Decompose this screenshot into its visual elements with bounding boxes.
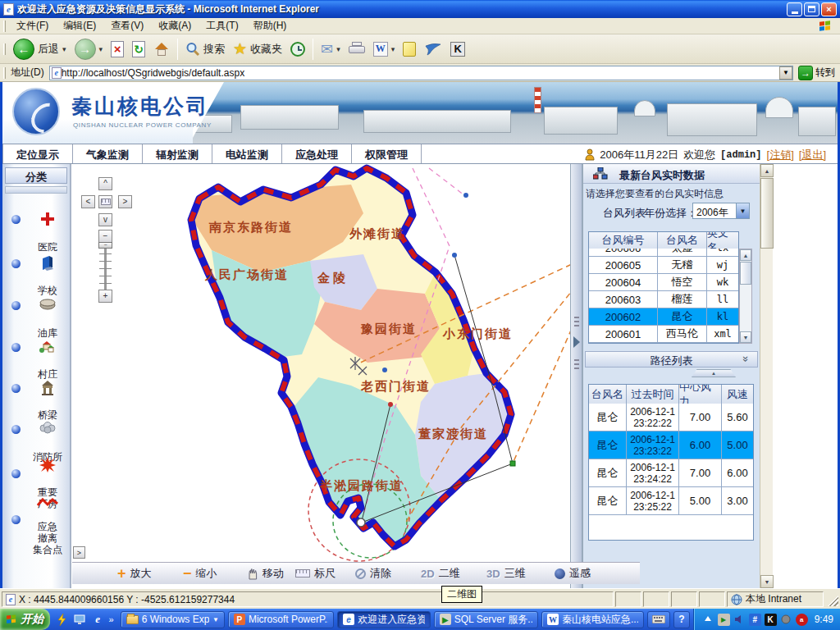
- map-2d-tool[interactable]: 2D 二维: [421, 566, 460, 581]
- toggle-fire-station[interactable]: [11, 425, 21, 434]
- map-ruler-tool[interactable]: 标尺: [295, 566, 336, 581]
- task-sql-server[interactable]: ▶ SQL Server 服务...: [434, 611, 538, 628]
- typhoon-row[interactable]: 200606 太虚 tx: [589, 249, 738, 257]
- print-button[interactable]: [345, 40, 369, 58]
- toggle-hospital[interactable]: [11, 215, 21, 224]
- tray-update-icon[interactable]: [780, 614, 792, 626]
- year-select[interactable]: 2006年 ▼: [692, 203, 750, 219]
- task-windows-explorer-group[interactable]: 6 Windows Expl... ▼: [121, 611, 225, 628]
- stop-button[interactable]: ×: [107, 39, 128, 59]
- toggle-key-buildings[interactable]: [11, 469, 21, 478]
- forward-button[interactable]: → ▾: [71, 37, 107, 62]
- toggle-school[interactable]: [11, 259, 21, 268]
- menu-view[interactable]: 查看(V): [103, 17, 151, 34]
- typhoon-row-selected[interactable]: 200602 昆仑 kl: [589, 308, 738, 326]
- maximize-button[interactable]: [804, 2, 819, 16]
- tray-volume-icon[interactable]: [733, 614, 746, 626]
- scroll-down-icon[interactable]: ▼: [740, 331, 751, 343]
- menu-help[interactable]: 帮助(H): [246, 17, 294, 34]
- content-scrollbar[interactable]: ▲ ▼: [760, 164, 773, 588]
- track-row[interactable]: 昆仑 2006-12-123:25:22 5.00 3.00: [589, 487, 753, 515]
- content-scroll-up-icon[interactable]: ▲: [760, 164, 774, 177]
- tab-emergency[interactable]: 应急处理: [282, 144, 352, 163]
- resize-grip[interactable]: [828, 596, 838, 606]
- menu-tools[interactable]: 工具(T): [199, 17, 245, 34]
- content-scroll-down-icon[interactable]: ▼: [760, 575, 774, 588]
- quicklaunch-overflow-icon[interactable]: »: [109, 614, 114, 624]
- tray-network-grid-icon[interactable]: #: [749, 614, 761, 626]
- task-ie-current[interactable]: e 欢迎进入应急资...: [337, 611, 431, 628]
- close-button[interactable]: ×: [821, 2, 837, 16]
- back-button[interactable]: ← 后退 ▾: [9, 37, 71, 62]
- search-button[interactable]: 搜索: [181, 40, 229, 58]
- tray-ati-icon[interactable]: a: [796, 614, 808, 626]
- scroll-thumb[interactable]: [740, 262, 751, 285]
- history-button[interactable]: [286, 40, 309, 58]
- panel-collapse-tab[interactable]: ▲: [692, 369, 736, 377]
- map-remote-sensing-tool[interactable]: 遥感: [555, 566, 591, 581]
- typhoon-table-scrollbar[interactable]: ▲ ▼: [739, 249, 752, 344]
- menu-edit[interactable]: 编辑(E): [56, 17, 103, 34]
- exit-link[interactable]: [退出]: [799, 148, 826, 162]
- map-3d-tool[interactable]: 3D 三维: [486, 566, 526, 581]
- tray-sql-icon[interactable]: ▶: [718, 614, 730, 626]
- refresh-button[interactable]: ↻: [128, 39, 149, 59]
- start-button[interactable]: 开始: [0, 609, 50, 630]
- quicklaunch-ie-icon[interactable]: e: [91, 613, 105, 627]
- word-dropdown-icon[interactable]: ▾: [391, 45, 395, 53]
- typhoon-row[interactable]: 200601 西马伦 xml: [589, 326, 738, 343]
- flashget-button[interactable]: [420, 41, 446, 57]
- track-row-selected[interactable]: 昆仑 2006-12-123:23:22 6.00 5.00: [589, 431, 753, 459]
- back-dropdown-icon[interactable]: ▾: [62, 45, 66, 53]
- map-clear-tool[interactable]: 清除: [355, 566, 391, 581]
- task-word[interactable]: W 秦山核电站应急...: [541, 611, 644, 628]
- mail-button[interactable]: ✉ ▾: [317, 39, 345, 60]
- tray-kaspersky-icon[interactable]: K: [765, 614, 777, 626]
- mail-dropdown-icon[interactable]: ▾: [336, 45, 340, 53]
- sidebar-expand-button[interactable]: >: [73, 546, 85, 559]
- tab-station[interactable]: 电站监测: [212, 144, 282, 163]
- favorites-button[interactable]: ★ 收藏夹: [229, 38, 286, 60]
- map-area[interactable]: 南京东路街道 外滩街道 人民广场街道 金陵 豫园街道 小东门街道 老西门街道 董…: [72, 164, 640, 588]
- pan-center-button[interactable]: [98, 195, 112, 208]
- input-method-button[interactable]: [647, 611, 670, 628]
- track-row[interactable]: 昆仑 2006-12-123:22:22 7.00 5.60: [589, 404, 753, 431]
- panel-splitter[interactable]: [570, 164, 582, 588]
- pan-left-button[interactable]: <: [81, 195, 95, 208]
- quicklaunch-desktop-icon[interactable]: [73, 613, 87, 627]
- forward-dropdown-icon[interactable]: ▾: [99, 45, 103, 53]
- edit-word-button[interactable]: W ▾: [369, 40, 399, 58]
- zoom-out-button[interactable]: −: [98, 230, 112, 243]
- toggle-bridge[interactable]: [11, 384, 21, 393]
- toggle-village[interactable]: [11, 343, 21, 352]
- kaspersky-button[interactable]: K: [446, 40, 469, 58]
- address-input[interactable]: [62, 66, 779, 80]
- splitter-collapse-icon[interactable]: [573, 336, 580, 348]
- discuss-button[interactable]: [399, 40, 420, 58]
- scroll-up-icon[interactable]: ▲: [740, 249, 751, 261]
- pan-up-button[interactable]: ^: [98, 177, 112, 190]
- help-tray-button[interactable]: ?: [673, 611, 689, 628]
- tab-locate[interactable]: 定位显示: [2, 144, 73, 163]
- path-list-chevron-icon[interactable]: »: [740, 356, 752, 362]
- task-powerpoint[interactable]: P Microsoft PowerP...: [228, 611, 334, 628]
- typhoon-row[interactable]: 200603 榴莲 ll: [589, 291, 738, 308]
- menu-file[interactable]: 文件(F): [9, 17, 56, 34]
- tray-hide-icon[interactable]: [702, 614, 714, 626]
- toggle-assembly-point[interactable]: [11, 515, 21, 524]
- menu-grip[interactable]: [3, 21, 6, 32]
- map-pan-tool[interactable]: 移动: [247, 566, 284, 581]
- minimize-button[interactable]: [787, 2, 802, 16]
- logout-link[interactable]: [注销]: [767, 148, 794, 162]
- addressbar-grip[interactable]: [3, 67, 6, 79]
- home-button[interactable]: [149, 41, 174, 57]
- year-select-dropdown-icon[interactable]: ▼: [736, 203, 749, 218]
- zoom-slider-handle[interactable]: −: [98, 242, 112, 249]
- category-assembly-point[interactable]: 应急 撤离 集合点: [25, 486, 70, 555]
- address-dropdown-button[interactable]: ▼: [779, 66, 792, 80]
- content-scroll-thumb[interactable]: [760, 178, 774, 249]
- tab-weather[interactable]: 气象监测: [73, 144, 143, 163]
- toolbar-grip[interactable]: [3, 43, 6, 55]
- toggle-oil-depot[interactable]: [11, 301, 21, 310]
- map-zoom-in-tool[interactable]: + 放大: [117, 566, 152, 581]
